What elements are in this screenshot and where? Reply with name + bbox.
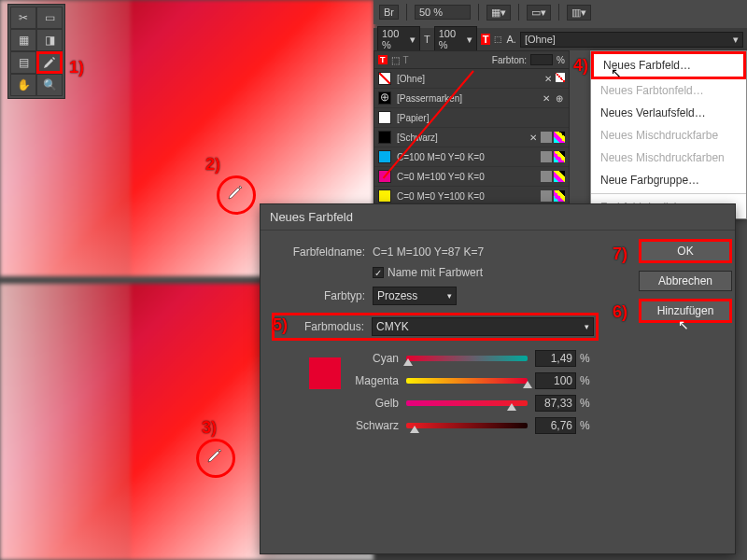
black-slider[interactable] <box>406 423 528 428</box>
step-1-label: 1) <box>69 58 84 77</box>
gradient-tool-icon[interactable]: ▦ <box>10 29 36 51</box>
fill-proxy-icon[interactable]: T <box>481 34 491 45</box>
none-icon: ✕ <box>543 73 554 84</box>
swatch-row-cyan[interactable]: C=100 M=0 Y=0 K=0 <box>374 147 569 167</box>
toolbox: ✂ ▭ ▦ ◨ ▤ ✋ 🔍 <box>7 4 65 99</box>
swatch-row-registration[interactable]: [Passermarken] ✕⊕ <box>374 89 569 108</box>
menu-new-gradient-swatch[interactable]: Neues Verlaufsfeld… <box>591 102 746 124</box>
color-type-dropdown[interactable]: Prozess▾ <box>373 287 457 305</box>
step-2-label: 2) <box>205 155 220 175</box>
name-with-value-label: Name mit Farbwert <box>388 266 483 279</box>
cyan-value-field[interactable]: 1,49 <box>535 350 576 367</box>
dialog-button-group: OK Abbrechen Hinzufügen <box>639 239 732 323</box>
cyan-slider[interactable] <box>406 356 528 361</box>
swatch-row-black[interactable]: [Schwarz] ✕ <box>374 128 569 147</box>
cmyk-icon <box>554 151 565 162</box>
swap-fill-stroke-icon[interactable]: ⬚ <box>494 35 502 44</box>
cmyk-icon <box>554 171 565 182</box>
zoom-tool-icon[interactable]: 🔍 <box>36 74 63 96</box>
screen-mode-icon[interactable]: ▭▾ <box>527 5 551 21</box>
menu-new-color-group[interactable]: Neue Farbgruppe… <box>591 169 746 191</box>
cancel-button[interactable]: Abbrechen <box>639 271 732 291</box>
swatch-chip <box>378 111 391 124</box>
note-tool-icon[interactable]: ▤ <box>10 51 36 74</box>
menu-separator <box>591 193 746 194</box>
formatting-text-icon[interactable]: T <box>403 55 409 65</box>
swatch-chip <box>378 150 391 163</box>
black-label: Schwarz <box>348 419 399 432</box>
control-bar: Br 50 % ▦▾ ▭▾ ▥▾ <box>374 0 747 24</box>
magenta-slider[interactable] <box>406 378 528 384</box>
step-3-label: 3) <box>202 418 217 438</box>
swatch-name-label: Farbfeldname: <box>272 245 365 259</box>
swatch-fill-proxy-icon[interactable]: T <box>378 55 388 64</box>
swatch-chip <box>378 91 391 105</box>
step-4-label: 4) <box>573 56 588 76</box>
cmyk-icon <box>554 190 565 202</box>
bridge-button[interactable]: Br <box>379 5 399 20</box>
zoom-level-field[interactable]: 50 % <box>415 5 471 20</box>
character-format-bar: 100 %▾ T 100 %▾ T ⬚ A. [Ohne]▾ <box>374 28 747 50</box>
tint-field[interactable] <box>530 54 553 65</box>
cursor-icon: ↖ <box>611 65 622 80</box>
tint-label: Farbton: <box>492 55 527 65</box>
gradient-feather-tool-icon[interactable]: ◨ <box>36 29 63 51</box>
color-mode-label: Farbmodus: <box>276 320 364 333</box>
menu-new-tint-swatch[interactable]: Neues Farbtonfeld… <box>591 79 746 102</box>
swatch-row-magenta[interactable]: C=0 M=100 Y=0 K=0 <box>374 167 569 187</box>
magenta-value-field[interactable]: 100 <box>535 372 576 389</box>
swatch-stroke-proxy-icon[interactable]: ⬚ <box>391 55 400 65</box>
process-icon <box>541 190 552 202</box>
free-transform-tool-icon[interactable]: ▭ <box>36 7 63 29</box>
step-6-label: 6) <box>613 302 627 322</box>
scissors-tool-icon[interactable]: ✂ <box>10 7 36 29</box>
black-value-field[interactable]: 6,76 <box>535 417 576 434</box>
step-7-label: 7) <box>613 245 627 264</box>
swatch-row-paper[interactable]: [Papier] <box>374 108 569 128</box>
registration-type-icon: ⊕ <box>554 92 565 104</box>
view-options-icon[interactable]: ▦▾ <box>486 5 511 21</box>
step-5-label: 5) <box>273 315 288 335</box>
process-icon <box>541 171 552 182</box>
lock-icon: ✕ <box>528 132 539 143</box>
vertical-scale-field[interactable]: 100 %▾ <box>434 26 477 52</box>
yellow-value-field[interactable]: 87,33 <box>535 395 576 412</box>
horizontal-scale-field[interactable]: 100 %▾ <box>377 26 420 52</box>
arrange-icon[interactable]: ▥▾ <box>567 5 591 21</box>
cursor-icon: ↖ <box>678 317 689 332</box>
swatch-name-value: C=1 M=100 Y=87 K=7 <box>373 245 484 259</box>
yellow-slider[interactable] <box>406 400 528 406</box>
menu-new-mixed-ink[interactable]: Neues Mischdruckfarbe <box>591 124 746 147</box>
magenta-label: Magenta <box>348 374 399 387</box>
type-scale-icon: T <box>424 34 430 45</box>
color-mode-dropdown[interactable]: CMYK▾ <box>372 317 594 336</box>
process-icon <box>541 132 552 143</box>
process-icon <box>541 151 552 162</box>
ok-button[interactable]: OK <box>639 239 732 263</box>
cmyk-icon <box>554 132 565 143</box>
swatch-chip <box>378 189 391 203</box>
swatch-chip <box>378 72 391 85</box>
swatch-chip <box>378 131 391 144</box>
dialog-title: Neues Farbfeld <box>261 204 735 231</box>
char-style-letter-icon: A. <box>506 34 515 45</box>
registration-icon: ✕ <box>541 92 552 104</box>
cyan-label: Cyan <box>348 352 399 365</box>
name-with-value-checkbox[interactable]: ✓ <box>373 267 384 278</box>
none-type-icon <box>556 73 565 82</box>
hand-tool-icon[interactable]: ✋ <box>10 74 36 96</box>
eyedropper-tool-icon[interactable] <box>36 51 63 74</box>
color-preview <box>309 357 341 389</box>
color-type-label: Farbtyp: <box>272 289 365 302</box>
character-style-dropdown[interactable]: [Ohne]▾ <box>520 32 743 48</box>
yellow-label: Gelb <box>348 397 399 410</box>
menu-new-mixed-ink-group[interactable]: Neues Mischdruckfarben <box>591 147 746 169</box>
